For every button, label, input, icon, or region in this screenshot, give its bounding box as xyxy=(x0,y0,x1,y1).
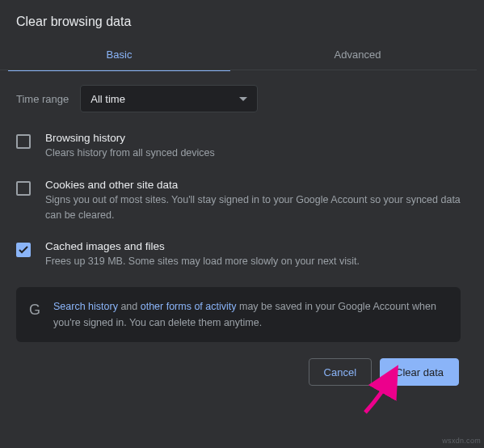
dialog-body: Time range All time Browsing history Cle… xyxy=(0,70,477,342)
tabs-divider xyxy=(0,70,477,70)
option-text: Cookies and other site data Signs you ou… xyxy=(45,179,461,223)
google-icon: G xyxy=(29,302,40,319)
option-text: Browsing history Clears history from all… xyxy=(45,132,215,161)
checkbox-browsing-history[interactable] xyxy=(16,134,31,149)
option-title: Cached images and files xyxy=(45,240,360,252)
google-account-info: G Search history and other forms of acti… xyxy=(16,287,461,342)
option-browsing-history: Browsing history Clears history from all… xyxy=(16,132,461,161)
clear-browsing-data-dialog: Clear browsing data Basic Advanced Time … xyxy=(0,0,477,400)
option-cached: Cached images and files Frees up 319 MB.… xyxy=(16,240,461,269)
option-title: Cookies and other site data xyxy=(45,179,461,191)
dialog-actions: Cancel Clear data xyxy=(0,342,477,400)
cancel-button[interactable]: Cancel xyxy=(309,358,372,386)
time-range-value: All time xyxy=(90,93,125,105)
option-text: Cached images and files Frees up 319 MB.… xyxy=(45,240,360,269)
checkbox-cached[interactable] xyxy=(16,243,31,257)
chevron-down-icon xyxy=(239,97,247,101)
option-desc: Clears history from all synced devices xyxy=(45,146,215,161)
link-other-activity[interactable]: other forms of activity xyxy=(141,301,237,312)
tabs: Basic Advanced xyxy=(0,42,477,70)
watermark: wsxdn.com xyxy=(442,437,481,445)
option-title: Browsing history xyxy=(45,132,215,144)
tab-advanced[interactable]: Advanced xyxy=(238,42,477,70)
time-range-select[interactable]: All time xyxy=(80,85,258,112)
link-search-history[interactable]: Search history xyxy=(53,301,118,312)
info-text: Search history and other forms of activi… xyxy=(53,298,448,331)
checkbox-cookies[interactable] xyxy=(16,181,31,196)
time-range-label: Time range xyxy=(16,93,69,105)
clear-data-button[interactable]: Clear data xyxy=(380,358,459,386)
time-range-row: Time range All time xyxy=(16,85,461,112)
option-cookies: Cookies and other site data Signs you ou… xyxy=(16,179,461,223)
tab-basic[interactable]: Basic xyxy=(0,42,238,70)
dialog-title: Clear browsing data xyxy=(0,0,477,42)
option-desc: Signs you out of most sites. You'll stay… xyxy=(45,192,461,223)
option-desc: Frees up 319 MB. Some sites may load mor… xyxy=(45,254,360,269)
